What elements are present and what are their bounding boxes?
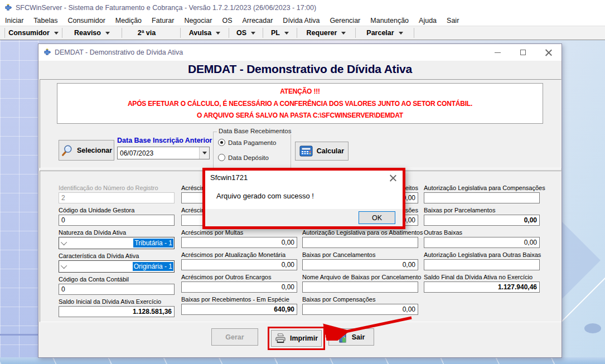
toolbar-button-avulsa[interactable]: Avulsa	[181, 26, 229, 40]
window-controls	[485, 44, 562, 61]
success-messagebox: Sfcwin1721 Arquivo gerado com sucesso ! …	[202, 168, 405, 229]
date-base-value: 06/07/2023	[118, 149, 199, 157]
combo-dropdown-button[interactable]	[199, 147, 209, 159]
field-atualizacao-monetaria: Acréscimos por Atualização Monetária 0,0…	[181, 251, 297, 270]
ok-button[interactable]: OK	[359, 211, 395, 224]
toolbar-button-os[interactable]: OS	[229, 26, 263, 40]
gerar-button[interactable]: Gerar	[211, 328, 258, 346]
chevron-down-icon	[202, 152, 207, 154]
outras-baixas-input[interactable]: 0,00	[424, 237, 540, 248]
field-saldo-inicial: Saldo Inicial da Dívida Ativa Exercício …	[59, 298, 175, 317]
field-baixas-cancelamentos: Baixas por Cancelamentos 0,00	[302, 251, 418, 270]
menu-medicao[interactable]: Medição	[110, 17, 147, 25]
toolbar-button-reaviso[interactable]: Reaviso	[62, 26, 122, 40]
menu-arrecadar[interactable]: Arrecadar	[237, 17, 278, 25]
atualizacao-monetaria-input[interactable]: 0,00	[181, 259, 297, 270]
selecionar-button[interactable]: Selecionar	[59, 140, 114, 161]
upper-panel: ATENÇÃO !!! APÓS EFETUAR O CÁLCULO, É NE…	[40, 79, 562, 168]
menu-iniciar[interactable]: Iniciar	[0, 17, 28, 25]
maximize-icon	[520, 50, 526, 55]
date-base-label: Data Base Inscrição Anterior	[117, 137, 212, 144]
warning-line-3: O ARQUIVO SERÁ SALVO NA PASTA C:\SFCWINS…	[197, 111, 403, 119]
minimize-button[interactable]	[485, 44, 510, 61]
toolbar-separator	[414, 28, 414, 38]
field-outros-encargos: Acréscimos por Outros Encargos 0,00	[181, 274, 297, 293]
field-autorizacao-outras-baixas: Autorização Legislativa para Outras Baix…	[424, 251, 540, 270]
acrescimos-multas-input[interactable]: 0,00	[181, 237, 297, 248]
menu-bar: Iniciar Tabelas Consumidor Medição Fatur…	[0, 16, 605, 26]
messagebox-close-button[interactable]	[386, 173, 400, 183]
date-base-combobox[interactable]: 06/07/2023	[117, 147, 210, 159]
dialog-heading: DEMDAT - Demonstrativo de Dívida Ativa	[38, 62, 562, 76]
radio-data-pagamento[interactable]: Data Pagamento	[218, 139, 276, 146]
field-baixas-compensacoes: Baixas por Compensações 0,00	[302, 296, 418, 315]
baixas-parcelamentos-input[interactable]: 0,00	[424, 215, 540, 226]
chevron-down-icon	[61, 239, 67, 245]
menu-faturar[interactable]: Faturar	[147, 17, 179, 25]
menu-consumidor[interactable]: Consumidor	[62, 17, 110, 25]
background-bottom-strip	[0, 357, 605, 364]
imprimir-annotation-box: Imprimir	[268, 327, 325, 350]
toolbar-button-consumidor[interactable]: Consumidor	[5, 26, 62, 40]
menu-negociar[interactable]: Negociar	[179, 17, 217, 25]
autorizacao-outras-baixas-input[interactable]	[424, 259, 540, 270]
dropdown-arrow-icon	[216, 32, 220, 35]
messagebox-titlebar: Sfcwin1721	[205, 171, 403, 184]
field-caracteristica: Característica da Dívida Ativa Originári…	[59, 253, 175, 273]
toolbar-button-requerer[interactable]: Requerer	[297, 26, 355, 40]
toolbar-button-parcelar[interactable]: Parcelar	[356, 26, 414, 40]
field-baixas-parcelamentos: Baixas por Parcelamentos 0,00	[424, 207, 540, 226]
menu-sair[interactable]: Sair	[442, 17, 464, 25]
unidade-gestora-input[interactable]: 0	[59, 215, 175, 226]
recebimentos-groupbox: Data Base Recebimentos Data Pagamento Da…	[213, 132, 291, 168]
conta-contabil-input[interactable]: 0	[59, 284, 175, 295]
toolbar-button-pl[interactable]: PL	[263, 26, 297, 40]
menu-manutencao[interactable]: Manutenção	[365, 17, 414, 25]
messagebox-text: Arquivo gerado com sucesso !	[216, 192, 314, 200]
field-autorizacao-compensacoes: Autorização Legislativa para Compensaçõe…	[424, 185, 540, 203]
radio-selected-icon	[218, 139, 225, 146]
autorizacao-compensacoes-input[interactable]	[424, 192, 540, 203]
field-outras-baixas: Outras Baixas 0,00	[424, 229, 540, 248]
calcular-button[interactable]: Calcular	[295, 142, 349, 161]
exit-door-icon	[338, 332, 348, 343]
nome-arquivo-baixas-input[interactable]	[302, 282, 418, 293]
menu-ajuda[interactable]: Ajuda	[414, 17, 442, 25]
field-conta-contabil: Código da Conta Contábil 0	[59, 276, 175, 295]
toolbar-button-2avia[interactable]: 2ª via	[122, 26, 171, 40]
caracteristica-combobox[interactable]: Originária - 1	[59, 260, 175, 273]
outros-encargos-input[interactable]: 0,00	[181, 282, 297, 293]
background-ellipse-shape	[584, 323, 601, 333]
imprimir-button[interactable]: Imprimir	[271, 330, 322, 347]
minimize-icon	[495, 52, 501, 53]
baixas-compensacoes-input[interactable]: 0,00	[302, 304, 418, 315]
recebimentos-group-title: Data Base Recebimentos	[217, 128, 293, 134]
registro-input: 2	[59, 192, 175, 203]
toolbar: Consumidor Reaviso 2ª via Avulsa OS PL	[0, 26, 605, 40]
field-autorizacao-abatimentos: Autorização Legislativa para os Abatimen…	[302, 229, 418, 248]
saldo-inicial-input[interactable]: 1.128.581,36	[59, 306, 175, 317]
printer-icon	[275, 333, 286, 343]
field-acrescimos-multas: Acréscimos por Multas 0,00	[181, 229, 297, 248]
field-saldo-final: Saldo Final da Dívida Ativa no Exercício…	[424, 274, 540, 293]
toolbar-gap	[171, 26, 180, 40]
menu-tabelas[interactable]: Tabelas	[28, 17, 62, 25]
dropdown-arrow-icon	[399, 32, 403, 35]
maximize-button[interactable]	[510, 44, 536, 61]
menu-os[interactable]: OS	[217, 17, 237, 25]
dialog-titlebar: DEMDAT - Demonstrativo de Dívida Ativa	[38, 44, 562, 61]
saldo-final-input[interactable]: 1.127.940,46	[424, 282, 540, 293]
recebimentos-especie-input[interactable]: 640,90	[181, 304, 297, 315]
field-natureza: Natureza da Dívida Ativa Tributária - 1	[59, 229, 175, 249]
menu-divida-ativa[interactable]: Dívida Ativa	[278, 17, 325, 25]
radio-data-deposito[interactable]: Data Depósito	[218, 154, 269, 161]
close-button[interactable]	[536, 44, 562, 61]
sair-button[interactable]: Sair	[328, 328, 374, 346]
baixas-cancelamentos-input[interactable]: 0,00	[302, 259, 418, 270]
dropdown-arrow-icon	[105, 32, 110, 35]
autorizacao-abatimentos-input[interactable]	[302, 237, 418, 248]
field-column-1: Identificação do Número do Registro 2 Có…	[59, 185, 175, 321]
background-line	[0, 334, 39, 336]
natureza-combobox[interactable]: Tributária - 1	[59, 237, 175, 249]
menu-gerenciar[interactable]: Gerenciar	[325, 17, 365, 25]
